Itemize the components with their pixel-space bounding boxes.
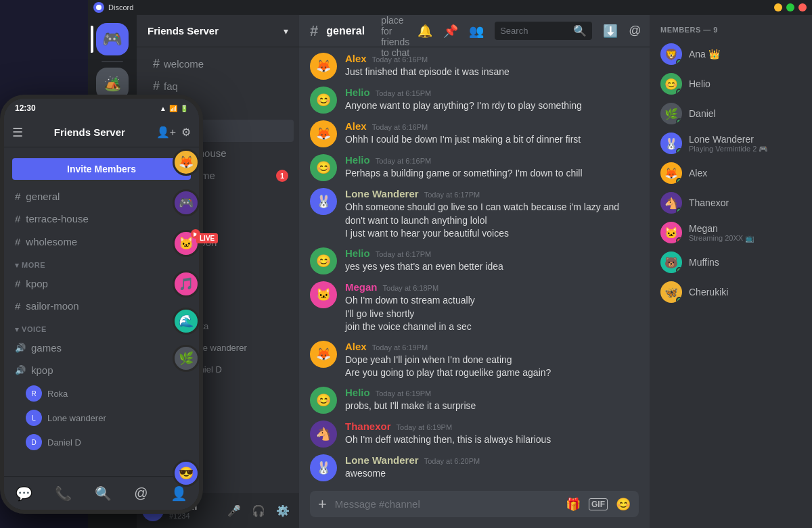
member-name: Cherukiki <box>689 287 801 297</box>
phone-nav-call-icon[interactable]: 📞 <box>55 485 72 502</box>
maximize-button[interactable] <box>786 3 794 11</box>
member-name: Megan <box>689 223 801 234</box>
message-author[interactable]: Alex <box>345 53 367 64</box>
message-content: Lone WandererToday at 6:20PMawesome <box>345 454 639 481</box>
member-item[interactable]: 🐱MeganStreaming 20XX 📺 <box>655 218 807 247</box>
chat-input-box: + 🎁 GIF 😊 <box>310 491 639 517</box>
member-status-dot <box>676 89 682 95</box>
message-timestamp: Today at 6:17PM <box>424 191 480 199</box>
message-author[interactable]: Lone Wanderer <box>345 454 419 466</box>
phone-voice-user-lone[interactable]: L Lone wanderer <box>4 406 199 430</box>
message-author[interactable]: Helio <box>345 87 370 98</box>
deafen-button[interactable]: 🎧 <box>248 500 269 521</box>
phone-hamburger-icon[interactable]: ☰ <box>12 125 23 140</box>
search-bar[interactable]: 🔍 <box>495 22 592 40</box>
server-icon-discord[interactable]: 🎮 <box>96 23 129 55</box>
message-author[interactable]: Megan <box>345 281 378 293</box>
message-text: Just finished that episode it was insane <box>345 66 639 79</box>
member-info: MeganStreaming 20XX 📺 <box>689 223 801 243</box>
message-avatar: 😊 <box>310 87 337 114</box>
channel-badge-wholesome: 1 <box>276 170 288 182</box>
message-author[interactable]: Helio <box>345 387 370 398</box>
message-author[interactable]: Alex <box>345 341 367 352</box>
title-bar: Discord <box>88 0 812 15</box>
message-author[interactable]: Helio <box>345 247 370 259</box>
phone-voice-games[interactable]: 🔊 games <box>4 337 199 359</box>
member-info: Muffins <box>689 257 801 268</box>
phone-channel-sailor-moon[interactable]: # sailor-moon <box>4 295 199 317</box>
phone-invite-button[interactable]: Invite Members <box>12 158 191 180</box>
message-author[interactable]: Alex <box>345 120 367 132</box>
member-item[interactable]: 🦊Alex <box>655 158 807 188</box>
server-header[interactable]: Friends Server ▾ <box>137 15 299 47</box>
member-item[interactable]: 🐰Lone WandererPlaying Vermintide 2 🎮 <box>655 128 807 158</box>
close-button[interactable] <box>798 3 807 11</box>
phone-voice-name-kpop: kpop <box>31 364 53 376</box>
mute-button[interactable]: 🎤 <box>223 500 245 521</box>
phone-nav-chat-icon[interactable]: 💬 <box>16 485 32 502</box>
gift-icon[interactable]: 🎁 <box>566 497 581 512</box>
message-text: Dope yeah I'll join when I'm done eating <box>345 354 639 367</box>
member-status-dot <box>676 267 682 273</box>
phone-channel-wholesome[interactable]: # wholesome 1 <box>4 230 199 253</box>
channel-item-welcome[interactable]: # welcome <box>142 53 294 75</box>
member-avatar: 😊 <box>660 73 682 95</box>
member-item[interactable]: 🐴Thanexor <box>655 188 807 218</box>
gif-button[interactable]: GIF <box>589 498 608 510</box>
phone-hash-icon: # <box>15 236 20 247</box>
message-timestamp: Today at 6:15PM <box>376 89 432 97</box>
phone-nav-search-icon[interactable]: 🔍 <box>95 485 112 502</box>
phone-channel-name-wholesome: wholesome <box>26 236 77 247</box>
message-content: HelioToday at 6:15PMAnyone want to play … <box>345 87 639 114</box>
minimize-button[interactable] <box>774 3 782 11</box>
at-icon[interactable]: @ <box>629 24 641 38</box>
message-group: 🐴ThanexorToday at 6:19PMOh I'm deff watc… <box>299 418 650 450</box>
phone-settings-icon[interactable]: ⚙ <box>181 126 191 139</box>
message-author[interactable]: Thanexor <box>345 421 391 432</box>
phone-add-user-icon[interactable]: 👤+ <box>156 126 176 139</box>
phone-voice-user-roka[interactable]: R Roka <box>4 381 199 406</box>
phone-channel-kpop[interactable]: # kpop <box>4 272 199 295</box>
member-info: Thanexor <box>689 197 801 208</box>
notification-bell-icon[interactable]: 🔔 <box>418 24 432 39</box>
member-name: Daniel <box>689 108 801 119</box>
download-icon[interactable]: ⬇️ <box>603 24 618 39</box>
message-content: HelioToday at 6:16PMPerhaps a building g… <box>345 154 639 181</box>
phone-cat-more: ▾ MORE <box>4 253 199 272</box>
message-input[interactable] <box>335 491 558 517</box>
pin-icon[interactable]: 📌 <box>443 24 458 39</box>
search-input[interactable] <box>500 26 569 36</box>
message-author[interactable]: Lone Wanderer <box>345 188 419 199</box>
phone-voice-kpop[interactable]: 🔊 kpop <box>4 359 199 381</box>
message-author[interactable]: Helio <box>345 154 370 166</box>
emoji-button[interactable]: 😊 <box>616 497 631 512</box>
phone-channel-general[interactable]: # general <box>4 185 199 208</box>
message-timestamp: Today at 6:19PM <box>376 389 432 398</box>
member-item[interactable]: 🌿Daniel <box>655 99 807 128</box>
server-divider <box>102 61 123 62</box>
member-item[interactable]: 🦁Ana 👑 <box>655 39 807 69</box>
add-file-button[interactable]: + <box>318 496 327 513</box>
phone-voice-user-daniel[interactable]: D Daniel D <box>4 430 199 454</box>
message-text: Are you going to play that roguelike gam… <box>345 366 639 380</box>
members-icon[interactable]: 👥 <box>469 24 484 39</box>
phone-edge-avatar-6: 🌿 <box>173 345 200 372</box>
member-name: Thanexor <box>689 197 801 208</box>
server-dropdown-icon: ▾ <box>284 26 288 37</box>
member-item[interactable]: 🦋Cherukiki <box>655 277 807 307</box>
settings-button[interactable]: ⚙️ <box>272 500 294 521</box>
phone-nav-at-icon[interactable]: @ <box>134 485 148 501</box>
message-timestamp: Today at 6:16PM <box>376 157 432 165</box>
phone-channel-terrace[interactable]: # terrace-house <box>4 208 199 230</box>
phone-hash-icon: # <box>15 213 20 224</box>
wifi-icon: ▲ <box>160 105 166 112</box>
chat-input-area: + 🎁 GIF 😊 <box>299 491 650 528</box>
phone-nav-profile-icon[interactable]: 👤 <box>171 485 187 502</box>
member-avatar: 🦊 <box>660 162 682 184</box>
member-item[interactable]: 😊Helio <box>655 69 807 99</box>
member-item[interactable]: 🐻Muffins <box>655 247 807 277</box>
message-text: join the voice channel in a sec <box>345 320 639 334</box>
hash-icon: # <box>153 57 160 71</box>
member-info: Helio <box>689 78 801 89</box>
message-header: HelioToday at 6:19PM <box>345 387 639 398</box>
